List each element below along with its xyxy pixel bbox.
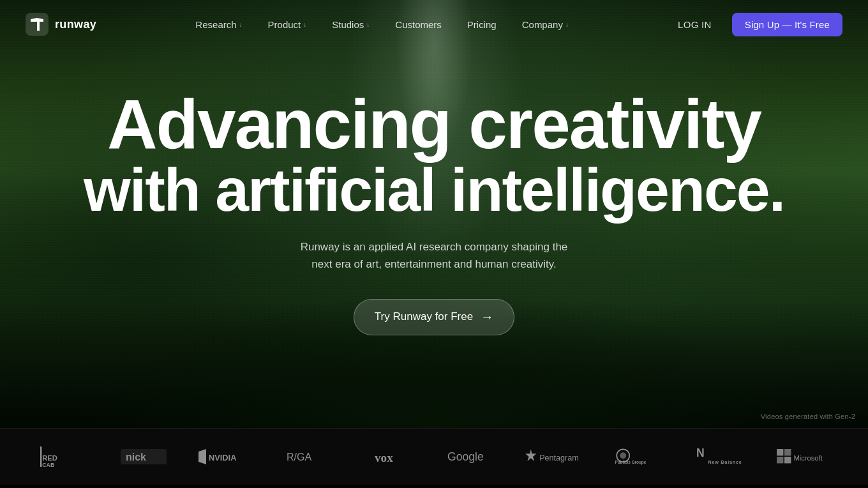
navigation: runway Research ↓ Product ↓ Studios ↓	[0, 0, 868, 49]
chevron-down-icon: ↓	[565, 21, 569, 28]
logo-vox: vox	[357, 446, 428, 467]
nav-item-studios[interactable]: Studios ↓	[322, 14, 380, 35]
svg-text:vox: vox	[375, 451, 393, 464]
logo-nvidia: NVIDIA	[191, 446, 262, 467]
logo-publicis: Publicis Groupe	[606, 446, 677, 467]
hero-cta-button[interactable]: Try Runway for Free →	[354, 299, 514, 335]
logo-pentagram: Pentagram	[523, 446, 594, 467]
svg-point-14	[620, 452, 627, 459]
signup-button[interactable]: Sign Up — It's Free	[732, 13, 842, 36]
runway-logo-icon	[26, 13, 49, 36]
hero-content: Advancing creativity with artificial int…	[0, 36, 868, 428]
nav-item-pricing[interactable]: Pricing	[457, 14, 507, 35]
nav-item-product[interactable]: Product ↓	[258, 14, 317, 35]
svg-text:Publicis Groupe: Publicis Groupe	[615, 460, 647, 465]
logos-section: RED CAB nick NVIDIA R/GA vox Google	[0, 428, 868, 485]
svg-text:Pentagram: Pentagram	[539, 454, 578, 462]
nav-item-research[interactable]: Research ↓	[185, 14, 252, 35]
watermark: Videos generated with Gen-2	[761, 413, 855, 420]
svg-rect-18	[777, 449, 783, 455]
hero-headline-line2: with artificial intelligence.	[84, 160, 784, 220]
svg-rect-3	[40, 446, 41, 467]
svg-text:CAB: CAB	[42, 462, 54, 467]
svg-rect-19	[784, 449, 791, 455]
nav-actions: LOG IN Sign Up — It's Free	[668, 13, 842, 36]
chevron-down-icon: ↓	[303, 21, 306, 28]
arrow-icon: →	[481, 310, 493, 324]
login-link[interactable]: LOG IN	[668, 14, 722, 35]
svg-text:NVIDIA: NVIDIA	[209, 453, 236, 462]
svg-text:R/GA: R/GA	[287, 452, 311, 462]
svg-rect-20	[777, 457, 783, 463]
nav-links: Research ↓ Product ↓ Studios ↓ Customers	[185, 14, 579, 35]
logo-text: runway	[55, 18, 96, 31]
svg-text:nick: nick	[126, 452, 146, 462]
logo-newbalance: N New Balance	[689, 446, 760, 467]
hero-headline-line1: Advancing creativity	[107, 90, 761, 160]
logo-redcab: RED CAB	[26, 446, 96, 467]
nav-item-customers[interactable]: Customers	[385, 14, 452, 35]
svg-text:N: N	[696, 446, 705, 459]
svg-text:RED: RED	[42, 454, 57, 462]
logo-link[interactable]: runway	[26, 13, 96, 36]
logo-google: Google	[440, 446, 511, 467]
svg-marker-6	[198, 449, 206, 464]
logo-rga: R/GA	[274, 446, 345, 467]
logo-microsoft: Microsoft	[772, 446, 842, 467]
hero-subtext: Runway is an applied AI research company…	[301, 238, 568, 273]
svg-marker-11	[525, 449, 536, 461]
svg-text:Microsoft: Microsoft	[793, 454, 823, 462]
nav-item-company[interactable]: Company ↓	[512, 14, 579, 35]
cta-label: Try Runway for Free	[375, 310, 473, 323]
svg-text:New Balance: New Balance	[708, 459, 742, 465]
svg-text:Google: Google	[447, 450, 484, 463]
logo-nick: nick	[108, 446, 179, 467]
hero-section: runway Research ↓ Product ↓ Studios ↓	[0, 0, 868, 428]
chevron-down-icon: ↓	[366, 21, 370, 28]
chevron-down-icon: ↓	[239, 21, 243, 28]
svg-rect-21	[784, 457, 791, 463]
